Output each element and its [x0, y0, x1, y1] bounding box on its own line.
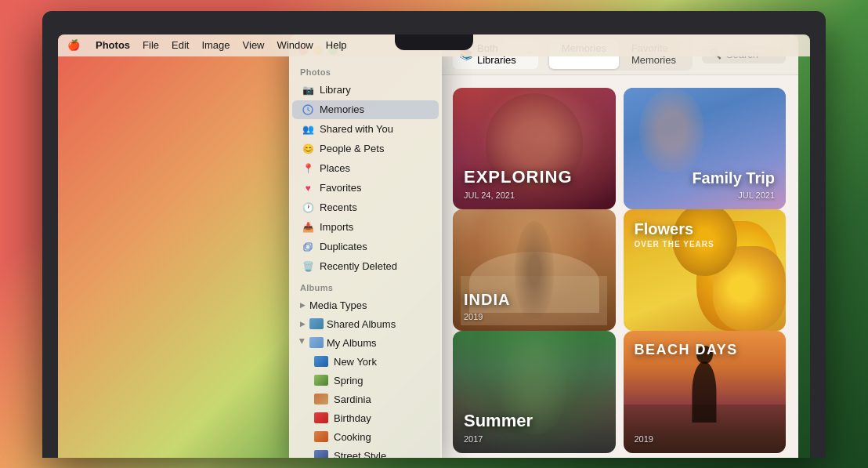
memory-card-india[interactable]: INDIA 2019	[453, 209, 616, 332]
notch	[395, 34, 473, 50]
laptop-frame: 🍎 Photos File Edit Image View Window Hel…	[42, 11, 826, 458]
street-style-label: Street Style	[334, 450, 386, 458]
apple-menu-icon[interactable]: 🍎	[67, 39, 80, 51]
memory-card-flowers[interactable]: Flowers OVER THE YEARS	[624, 209, 787, 332]
menu-edit[interactable]: Edit	[172, 39, 189, 51]
app-name-label: Photos	[96, 39, 130, 51]
menu-window[interactable]: Window	[277, 39, 313, 51]
sidebar-item-library[interactable]: 📷 Library	[292, 81, 439, 100]
memories-grid: EXPLORING JUL 24, 2021 Family Trip	[440, 75, 798, 458]
family-person-1	[639, 88, 704, 173]
summer-title-wrap: Summer	[464, 411, 533, 431]
birthday-label: Birthday	[334, 412, 371, 424]
sidebar-item-deleted-label: Recently Deleted	[320, 260, 397, 272]
family-trip-date: JUL 2021	[738, 190, 775, 200]
memories-icon	[302, 103, 314, 116]
cooking-thumb	[314, 431, 328, 442]
sidebar-item-imports[interactable]: 📥 Imports	[292, 218, 439, 237]
shared-icon: 👥	[302, 123, 314, 136]
menu-help[interactable]: Help	[326, 39, 347, 51]
flowers-subtitle: OVER THE YEARS	[635, 240, 714, 249]
sidebar: Photos 📷 Library Memories 👥 Shared with …	[289, 34, 442, 458]
india-date: 2019	[464, 312, 483, 321]
sidebar-album-new-york[interactable]: New York	[292, 353, 439, 371]
exploring-date: JUL 24, 2021	[464, 190, 515, 200]
india-title-wrap: INDIA	[464, 291, 510, 309]
india-title: INDIA	[464, 291, 510, 309]
laptop-screen: 🍎 Photos File Edit Image View Window Hel…	[58, 34, 810, 458]
sidebar-item-favorites-label: Favorites	[320, 182, 361, 194]
favorites-icon: ♥	[302, 182, 314, 194]
library-icon: 📷	[302, 84, 314, 96]
sidebar-item-shared[interactable]: 👥 Shared with You	[292, 120, 439, 139]
sidebar-group-my-albums[interactable]: ▶ My Albums	[292, 334, 439, 352]
summer-title: Summer	[464, 411, 533, 431]
beach-person-body	[693, 361, 717, 423]
sidebar-album-sardinia[interactable]: Sardinia	[292, 390, 439, 408]
sidebar-item-recents[interactable]: 🕐 Recents	[292, 198, 439, 217]
cooking-label: Cooking	[334, 431, 371, 443]
sidebar-item-memories[interactable]: Memories	[292, 100, 439, 119]
sidebar-item-recently-deleted[interactable]: 🗑️ Recently Deleted	[292, 257, 439, 276]
menu-view[interactable]: View	[243, 39, 265, 51]
duplicates-icon	[302, 241, 314, 253]
recents-icon: 🕐	[302, 201, 314, 214]
sidebar-group-shared-albums[interactable]: ▶ Shared Albums	[292, 315, 439, 333]
new-york-label: New York	[334, 356, 377, 368]
sardinia-thumb	[314, 394, 328, 405]
sidebar-album-cooking[interactable]: Cooking	[292, 428, 439, 446]
street-style-thumb	[314, 450, 328, 458]
albums-section-title: Albums	[289, 277, 442, 296]
chevron-down-icon: ▶	[298, 339, 306, 346]
sidebar-group-media-types-label: Media Types	[309, 299, 367, 311]
svg-rect-2	[306, 243, 312, 249]
exploring-title-wrap: EXPLORING	[464, 167, 573, 187]
my-albums-thumb	[309, 337, 324, 348]
sidebar-group-shared-albums-label: Shared Albums	[327, 318, 396, 330]
spring-label: Spring	[334, 375, 363, 386]
family-trip-title: Family Trip	[692, 169, 775, 187]
sidebar-group-media-types[interactable]: ▶ Media Types	[292, 296, 439, 314]
family-trip-title-wrap: Family Trip	[692, 169, 775, 187]
sidebar-album-spring[interactable]: Spring	[292, 372, 439, 390]
memory-card-beach-days[interactable]: BEACH DAYS 2019	[624, 331, 787, 453]
sidebar-album-street-style[interactable]: Street Style	[292, 447, 439, 458]
sidebar-item-people-label: People & Pets	[320, 143, 384, 154]
shared-albums-thumb	[309, 318, 324, 329]
memory-card-exploring[interactable]: EXPLORING JUL 24, 2021	[453, 88, 616, 210]
india-person	[515, 221, 554, 319]
beach-days-title-wrap: BEACH DAYS	[635, 342, 738, 358]
sardinia-label: Sardinia	[334, 394, 371, 405]
menu-image[interactable]: Image	[201, 39, 230, 51]
menu-file[interactable]: File	[143, 39, 159, 51]
sidebar-item-people[interactable]: 😊 People & Pets	[292, 140, 439, 158]
exploring-title: EXPLORING	[464, 167, 573, 187]
spring-thumb	[314, 375, 328, 386]
sidebar-item-imports-label: Imports	[320, 221, 353, 233]
photos-section-title: Photos	[289, 61, 442, 80]
main-content: 📚 Both Libraries ⌃ Memories Favorite Mem…	[440, 34, 798, 458]
memory-card-family-trip[interactable]: Family Trip JUL 2021	[624, 88, 787, 210]
sidebar-item-duplicates[interactable]: Duplicates	[292, 238, 439, 256]
sidebar-item-places-label: Places	[320, 162, 350, 174]
imports-icon: 📥	[302, 221, 314, 234]
sidebar-item-memories-label: Memories	[320, 103, 364, 115]
people-icon: 😊	[302, 143, 314, 155]
chevron-right-icon-2: ▶	[298, 320, 306, 328]
birthday-thumb	[314, 412, 328, 423]
sidebar-item-library-label: Library	[320, 84, 351, 96]
flowers-title-wrap: Flowers OVER THE YEARS	[635, 220, 714, 249]
sidebar-album-birthday[interactable]: Birthday	[292, 409, 439, 427]
memory-card-summer[interactable]: Summer 2017	[453, 331, 616, 453]
sidebar-item-recents-label: Recents	[320, 201, 357, 213]
deleted-icon: 🗑️	[302, 260, 314, 273]
sidebar-item-favorites[interactable]: ♥ Favorites	[292, 179, 439, 198]
sidebar-item-shared-label: Shared with You	[320, 123, 393, 135]
chevron-right-icon: ▶	[298, 301, 306, 309]
sidebar-item-places[interactable]: 📍 Places	[292, 159, 439, 178]
macos-desktop: 🍎 Photos File Edit Image View Window Hel…	[58, 34, 810, 458]
svg-rect-1	[304, 245, 310, 251]
places-icon: 📍	[302, 162, 314, 175]
new-york-thumb	[314, 356, 328, 367]
flowers-title: Flowers	[635, 220, 714, 238]
